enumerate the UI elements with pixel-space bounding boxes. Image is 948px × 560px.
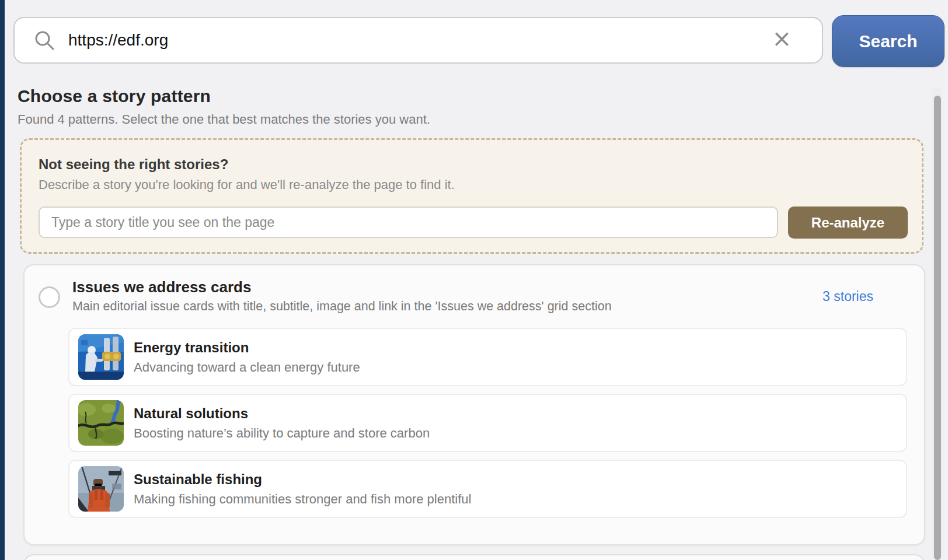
story-title: Natural solutions (134, 405, 430, 422)
left-accent-bar (0, 0, 5, 560)
story-title: Energy transition (134, 340, 360, 356)
refine-box-description: Describe a story you're looking for and … (39, 177, 455, 192)
story-item-natural-solutions[interactable]: Natural solutions Boosting nature’s abil… (68, 394, 907, 452)
next-pattern-card-partial[interactable] (23, 554, 925, 560)
sustainable-fishing-image (78, 466, 124, 512)
story-title: Sustainable fishing (134, 471, 471, 488)
page-title: Choose a story pattern (18, 86, 211, 106)
pattern-card-issues-we-address[interactable]: Issues we address cards Main editorial i… (23, 264, 925, 545)
clear-input-icon[interactable]: × (766, 27, 808, 54)
refine-box-title: Not seeing the right stories? (39, 156, 228, 173)
search-button[interactable]: Search (832, 15, 944, 67)
pattern-title: Issues we address cards (72, 278, 251, 296)
url-search-input[interactable] (68, 31, 766, 50)
story-item-energy-transition[interactable]: Energy transition Advancing toward a cle… (68, 328, 907, 386)
energy-transition-image (78, 334, 124, 380)
page-subtitle: Found 4 patterns. Select the one that be… (18, 112, 430, 127)
story-subtitle: Boosting nature’s ability to capture and… (134, 426, 430, 441)
search-icon (33, 29, 55, 51)
natural-solutions-image (78, 400, 124, 446)
pattern-radio-button[interactable] (39, 286, 60, 308)
story-item-sustainable-fishing[interactable]: Sustainable fishing Making fishing commu… (68, 460, 907, 518)
story-list: Energy transition Advancing toward a cle… (68, 328, 907, 518)
story-subtitle: Making fishing communities stronger and … (134, 492, 471, 507)
stories-count-badge[interactable]: 3 stories (822, 289, 873, 304)
scrollbar-thumb[interactable] (934, 96, 941, 560)
reanalyze-button[interactable]: Re-analyze (788, 206, 908, 239)
story-title-input[interactable] (39, 206, 778, 238)
url-search-bar: × (13, 17, 823, 64)
story-subtitle: Advancing toward a clean energy future (134, 360, 360, 375)
refine-stories-box: Not seeing the right stories? Describe a… (20, 138, 923, 254)
pattern-description: Main editorial issue cards with title, s… (72, 299, 612, 314)
